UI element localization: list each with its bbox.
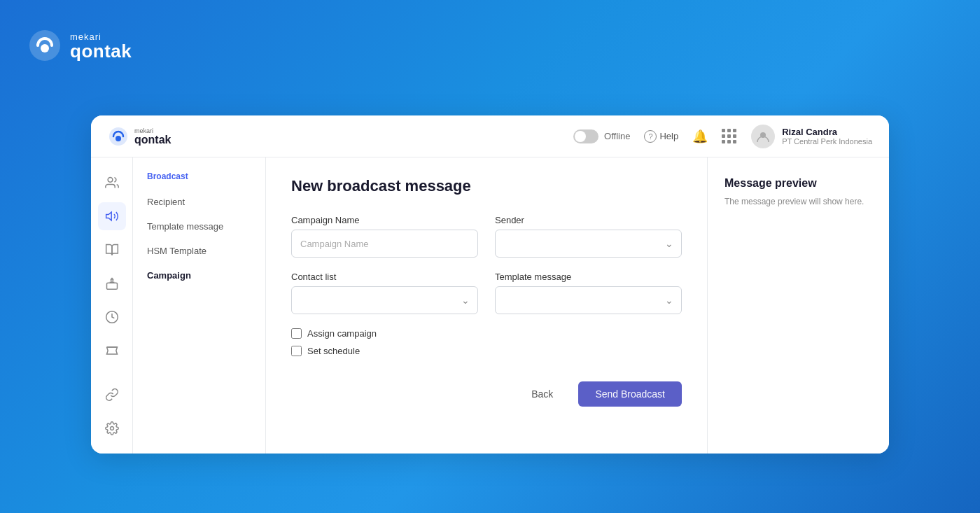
send-broadcast-button[interactable]: Send Broadcast [578,381,682,407]
nav-icon-broadcast[interactable] [98,202,126,230]
grid-dot [727,134,731,138]
card-header: mekari qontak Offline ? Help 🔔 [91,115,889,157]
help-circle-icon: ? [644,130,657,143]
sender-label: Sender [495,215,682,225]
form-actions: Back Send Broadcast [291,381,682,407]
contact-list-label: Contact list [291,272,478,282]
nav-item-template-message[interactable]: Template message [133,214,265,239]
nav-icon-history[interactable] [98,303,126,331]
nav-icon-contacts[interactable] [98,169,126,197]
offline-toggle[interactable] [573,129,598,143]
user-details: Rizal Candra PT Central Perk Indonesia [782,127,872,146]
nav-icon-integrations[interactable] [98,381,126,409]
nav-section-title: Broadcast [133,171,265,190]
top-logo: mekari qontak [28,29,132,62]
page-title: New broadcast message [291,177,682,195]
apps-grid-icon[interactable] [722,129,737,144]
offline-label: Offline [604,131,630,141]
campaign-name-label: Campaign Name [291,215,478,225]
set-schedule-label[interactable]: Set schedule [307,346,360,356]
template-message-label: Template message [495,272,682,282]
offline-toggle-wrapper[interactable]: Offline [573,129,630,143]
sender-select-wrapper: ⌄ [495,230,682,258]
sender-group: Sender ⌄ [495,215,682,258]
bell-icon[interactable]: 🔔 [692,129,708,144]
top-header: mekari qontak [0,0,980,91]
preview-description: The message preview will show here. [724,197,872,206]
avatar [751,125,775,148]
assign-campaign-group: Assign campaign [291,328,682,339]
svg-point-3 [115,136,121,141]
nav-item-campaign[interactable]: Campaign [133,263,265,288]
preview-title: Message preview [724,177,872,190]
header-right: Offline ? Help 🔔 [573,125,872,148]
grid-dot [733,129,736,132]
brand-name-header: mekari [134,127,171,134]
nav-item-recipient[interactable]: Recipient [133,190,265,214]
nav-icon-settings[interactable] [98,414,126,442]
left-nav: Broadcast Recipient Template message HSM… [133,157,266,454]
main-card: mekari qontak Offline ? Help 🔔 [91,115,889,454]
grid-dot [722,129,725,132]
grid-dot [727,140,731,143]
header-logo-text: mekari qontak [134,127,171,146]
form-row-2: Contact list ⌄ Template message ⌄ [291,272,682,314]
main-content: New broadcast message Campaign Name Send… [266,157,707,454]
assign-campaign-checkbox[interactable] [291,328,302,339]
template-message-group: Template message ⌄ [495,272,682,314]
contact-list-group: Contact list ⌄ [291,272,478,314]
header-logo: mekari qontak [108,126,171,147]
nav-item-hsm-template[interactable]: HSM Template [133,239,265,263]
svg-point-1 [41,44,49,52]
contact-list-select[interactable] [291,286,478,314]
campaign-name-group: Campaign Name [291,215,478,258]
form-row-1: Campaign Name Sender ⌄ [291,215,682,258]
nav-icon-bot[interactable] [98,269,126,297]
sender-select[interactable] [495,230,682,258]
help-button[interactable]: ? Help [644,130,678,143]
contact-list-select-wrapper: ⌄ [291,286,478,314]
preview-panel: Message preview The message preview will… [707,157,889,454]
nav-icon-inbox[interactable] [98,337,126,365]
svg-marker-6 [106,212,111,220]
svg-rect-7 [106,283,117,289]
card-body: Broadcast Recipient Template message HSM… [91,157,889,454]
user-company: PT Central Perk Indonesia [782,137,872,146]
grid-dot [722,140,725,143]
grid-dot [722,134,725,138]
app-name-header: qontak [134,134,171,146]
svg-point-11 [110,427,113,430]
user-info: Rizal Candra PT Central Perk Indonesia [751,125,872,148]
sidebar-icons [91,157,133,454]
campaign-name-input[interactable] [291,230,478,258]
nav-icon-reports[interactable] [98,236,126,264]
svg-point-5 [108,178,113,183]
logo-icon-top [28,29,62,62]
logo-text-top: mekari qontak [70,31,132,60]
grid-dot [733,140,736,143]
template-message-select[interactable] [495,286,682,314]
app-name-top: qontak [70,42,132,60]
set-schedule-group: Set schedule [291,346,682,356]
assign-campaign-label[interactable]: Assign campaign [307,328,377,339]
logo-icon-header [108,126,129,147]
help-label: Help [659,131,678,141]
set-schedule-checkbox[interactable] [291,346,302,356]
grid-dot [727,129,731,132]
back-button[interactable]: Back [514,381,570,407]
grid-dot [733,134,736,138]
user-name: Rizal Candra [782,127,872,138]
template-message-select-wrapper: ⌄ [495,286,682,314]
